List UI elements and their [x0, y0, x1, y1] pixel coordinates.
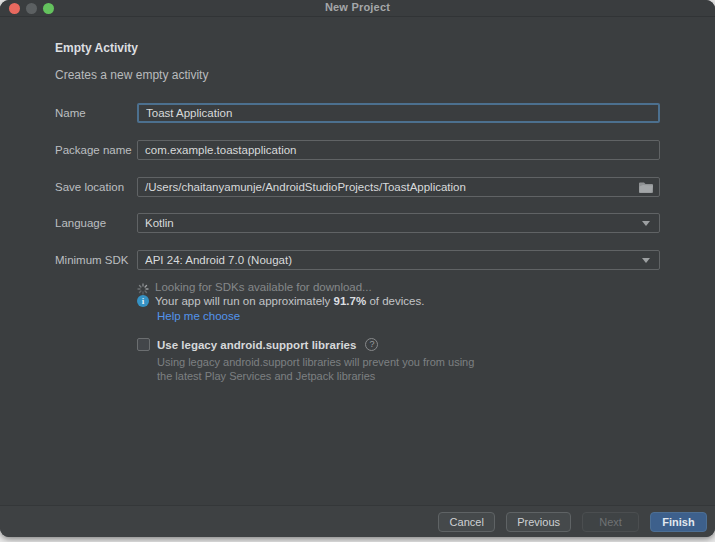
window-title: New Project	[0, 1, 715, 13]
legacy-checkbox-label: Use legacy android.support libraries	[157, 339, 356, 351]
next-button[interactable]: Next	[582, 512, 639, 532]
language-label: Language	[55, 213, 106, 233]
sdk-loading-row: Looking for SDKs available for download.…	[137, 281, 372, 293]
min-sdk-label: Minimum SDK	[55, 250, 128, 270]
name-input[interactable]	[137, 103, 660, 123]
chevron-down-icon	[642, 221, 650, 226]
legacy-helper-text: Using legacy android.support libraries w…	[157, 355, 474, 383]
language-value: Kotlin	[145, 214, 642, 232]
min-sdk-value: API 24: Android 7.0 (Nougat)	[145, 251, 642, 269]
chevron-down-icon	[642, 258, 650, 263]
screenshot-stage: New Project Empty Activity Creates a new…	[0, 0, 715, 542]
folder-icon[interactable]	[638, 181, 654, 194]
save-location-value: /Users/chaitanyamunje/AndroidStudioProje…	[145, 181, 466, 193]
previous-button[interactable]: Previous	[506, 512, 571, 532]
legacy-checkbox-row: Use legacy android.support libraries ?	[137, 338, 378, 351]
min-sdk-select[interactable]: API 24: Android 7.0 (Nougat)	[137, 250, 660, 270]
dialog-footer: Cancel Previous Next Finish	[0, 505, 715, 537]
help-me-choose-link[interactable]: Help me choose	[157, 310, 240, 322]
new-project-window: New Project Empty Activity Creates a new…	[0, 0, 715, 537]
page-title: Empty Activity	[55, 41, 138, 55]
legacy-support-checkbox[interactable]	[137, 338, 150, 351]
coverage-text: Your app will run on approximately 91.7%…	[155, 295, 424, 307]
info-icon: i	[137, 295, 149, 307]
cancel-button[interactable]: Cancel	[438, 512, 495, 532]
spinner-icon	[137, 281, 149, 293]
save-location-input[interactable]: /Users/chaitanyamunje/AndroidStudioProje…	[137, 177, 660, 197]
coverage-percent: 91.7%	[334, 295, 367, 307]
titlebar: New Project	[0, 0, 715, 17]
package-label: Package name	[55, 140, 132, 160]
language-select[interactable]: Kotlin	[137, 213, 660, 233]
package-name-input[interactable]	[137, 140, 660, 160]
page-subtitle: Creates a new empty activity	[55, 68, 208, 82]
help-icon[interactable]: ?	[365, 338, 378, 351]
legacy-helper-line1: Using legacy android.support libraries w…	[157, 355, 474, 369]
finish-button[interactable]: Finish	[650, 512, 707, 532]
coverage-row: i Your app will run on approximately 91.…	[137, 295, 424, 307]
name-label: Name	[55, 103, 86, 123]
legacy-helper-line2: the latest Play Services and Jetpack lib…	[157, 369, 474, 383]
save-location-label: Save location	[55, 177, 124, 197]
sdk-loading-text: Looking for SDKs available for download.…	[155, 281, 372, 293]
